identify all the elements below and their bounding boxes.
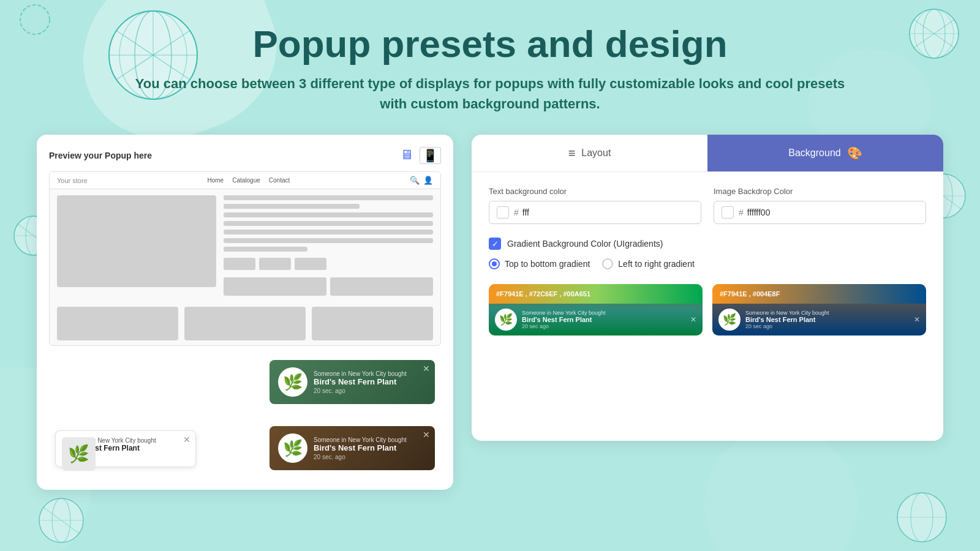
popup-dark-product: Bird's Nest Fern Plant — [314, 443, 407, 452]
settings-card: ≡ Layout Background 🎨 Text background co… — [472, 135, 943, 441]
preset-green-preview: 🌿 Someone in New York City bought Bird's… — [489, 304, 703, 335]
preview-card: Preview your Popup here 🖥 📱 Your store H… — [37, 135, 453, 490]
preset-blue-header: #F7941E , #004E8F — [712, 284, 926, 304]
text-bg-hash: # — [514, 208, 519, 217]
store-thumbnails — [50, 302, 440, 345]
skeleton-big-btns — [224, 277, 433, 296]
gradient-checkbox[interactable]: ✓ — [489, 238, 501, 250]
image-backdrop-group: Image Backdrop Color # ffffff00 — [714, 187, 926, 224]
skeleton-line-4 — [224, 221, 433, 226]
nav-home: Home — [208, 177, 224, 184]
popup-green-bought: Someone in New York City bought — [314, 370, 407, 377]
popup-green-text: Someone in New York City bought Bird's N… — [314, 370, 407, 394]
skeleton-line-6 — [224, 238, 433, 243]
preview-icons: 🖥 📱 — [400, 147, 441, 164]
preset-green-time: 20 sec ago — [522, 323, 606, 329]
tab-layout[interactable]: ≡ Layout — [472, 135, 707, 171]
preset-green-header: #F7941E , #72C6EF , #00A651 — [489, 284, 703, 304]
store-mockup: Your store Home Catalogue Contact 🔍 👤 — [49, 171, 441, 346]
tab-layout-label: Layout — [581, 148, 611, 159]
popup-green-close[interactable]: ✕ — [423, 364, 430, 373]
preset-green[interactable]: #F7941E , #72C6EF , #00A651 🌿 Someone in… — [489, 284, 703, 335]
radio-top-bottom-label: Top to bottom gradient — [505, 259, 590, 269]
radio-top-bottom-btn[interactable] — [489, 258, 500, 269]
preset-blue[interactable]: #F7941E , #004E8F 🌿 Someone in New York … — [712, 284, 926, 335]
preview-card-header: Preview your Popup here 🖥 📱 — [49, 147, 441, 164]
popup-white-close[interactable]: ✕ — [183, 435, 190, 444]
popup-dark-close[interactable]: ✕ — [423, 430, 430, 440]
preset-green-bought: Someone in New York City bought — [522, 310, 606, 316]
store-thumb-2 — [184, 307, 306, 340]
store-product-image-placeholder — [57, 195, 216, 287]
preset-green-product: Bird's Nest Fern Plant — [522, 316, 606, 323]
store-nav: Your store Home Catalogue Contact 🔍 👤 — [50, 172, 440, 189]
popup-dark-time: 20 sec. ago — [314, 454, 407, 460]
nav-contact: Contact — [269, 177, 290, 184]
popup-green-image: 🌿 — [278, 367, 307, 397]
popup-green: ✕ 🌿 Someone in New York City bought Bird… — [270, 360, 435, 404]
main-content: Preview your Popup here 🖥 📱 Your store H… — [37, 135, 943, 490]
skeleton-big-btn-2 — [330, 277, 433, 296]
palette-icon: 🎨 — [847, 146, 862, 160]
mobile-icon[interactable]: 📱 — [420, 147, 441, 164]
store-nav-links: Home Catalogue Contact — [208, 177, 290, 184]
popup-plant-image: 🌿 — [62, 437, 96, 471]
text-bg-color-label: Text background color — [489, 187, 701, 196]
popup-dark: ✕ 🌿 Someone in New York City bought Bird… — [270, 426, 435, 470]
store-nav-icons: 🔍 👤 — [410, 176, 433, 185]
skeleton-line-7 — [224, 247, 307, 252]
store-logo: Your store — [57, 177, 88, 184]
preset-blue-time: 20 sec ago — [745, 323, 829, 329]
preset-green-img: 🌿 — [495, 309, 517, 331]
preset-blue-preview: 🌿 Someone in New York City bought Bird's… — [712, 304, 926, 335]
page-header: Popup presets and design You can choose … — [0, 0, 980, 132]
text-bg-input[interactable]: fff — [522, 208, 571, 217]
text-bg-color-field[interactable]: # fff — [489, 201, 701, 224]
preset-green-text: Someone in New York City bought Bird's N… — [522, 310, 606, 329]
color-inputs-row: Text background color # fff Image Backdr… — [489, 187, 926, 224]
gradient-radio-row: Top to bottom gradient Left to right gra… — [489, 258, 926, 269]
store-content — [50, 189, 440, 302]
desktop-icon[interactable]: 🖥 — [400, 147, 413, 164]
image-backdrop-input[interactable]: ffffff00 — [747, 208, 796, 217]
preset-green-close[interactable]: ✕ — [690, 315, 696, 324]
gradient-checkbox-row: ✓ Gradient Background Color (UIgradients… — [489, 238, 926, 250]
text-bg-color-group: Text background color # fff — [489, 187, 701, 224]
store-thumb-1 — [57, 307, 178, 340]
skeleton-btn-2 — [259, 258, 291, 270]
search-icon[interactable]: 🔍 — [410, 176, 420, 185]
preset-blue-close[interactable]: ✕ — [914, 315, 920, 324]
image-backdrop-field[interactable]: # ffffff00 — [714, 201, 926, 224]
popup-green-product: Bird's Nest Fern Plant — [314, 377, 407, 386]
skeleton-buttons — [224, 258, 433, 270]
radio-top-bottom[interactable]: Top to bottom gradient — [489, 258, 590, 269]
skeleton-line-1 — [224, 195, 433, 200]
radio-left-right-btn[interactable] — [602, 258, 613, 269]
tab-background-label: Background — [788, 148, 840, 159]
radio-left-right-label: Left to right gradient — [618, 259, 695, 269]
skeleton-line-3 — [224, 212, 433, 217]
preset-blue-product: Bird's Nest Fern Plant — [745, 316, 829, 323]
tab-background[interactable]: Background 🎨 — [707, 135, 943, 171]
nav-catalogue: Catalogue — [232, 177, 260, 184]
preview-card-title: Preview your Popup here — [49, 151, 152, 160]
skeleton-btn-1 — [224, 258, 255, 270]
gradient-checkbox-label: Gradient Background Color (UIgradients) — [507, 239, 663, 249]
page-subtitle: You can choose between 3 different type … — [123, 73, 858, 114]
person-icon: 👤 — [423, 176, 433, 185]
preset-blue-bought: Someone in New York City bought — [745, 310, 829, 316]
skeleton-line-2 — [224, 204, 360, 209]
popup-dark-image: 🌿 — [278, 433, 307, 463]
layout-icon: ≡ — [568, 146, 576, 160]
image-backdrop-swatch — [722, 206, 734, 219]
text-bg-swatch — [497, 206, 509, 219]
popup-preview-area: ✕ 🌿 Someone in New York City bought Bird… — [49, 351, 441, 473]
yarn-ball-bottom-right — [894, 490, 949, 545]
skeleton-line-5 — [224, 230, 433, 234]
store-thumb-3 — [312, 307, 433, 340]
popup-dark-text: Someone in New York City bought Bird's N… — [314, 437, 407, 460]
radio-left-right[interactable]: Left to right gradient — [602, 258, 695, 269]
settings-content: Text background color # fff Image Backdr… — [472, 172, 943, 350]
popup-white: ✕ 🌿 Someone in New York City bought Bird… — [55, 430, 196, 467]
tab-bar: ≡ Layout Background 🎨 — [472, 135, 943, 172]
